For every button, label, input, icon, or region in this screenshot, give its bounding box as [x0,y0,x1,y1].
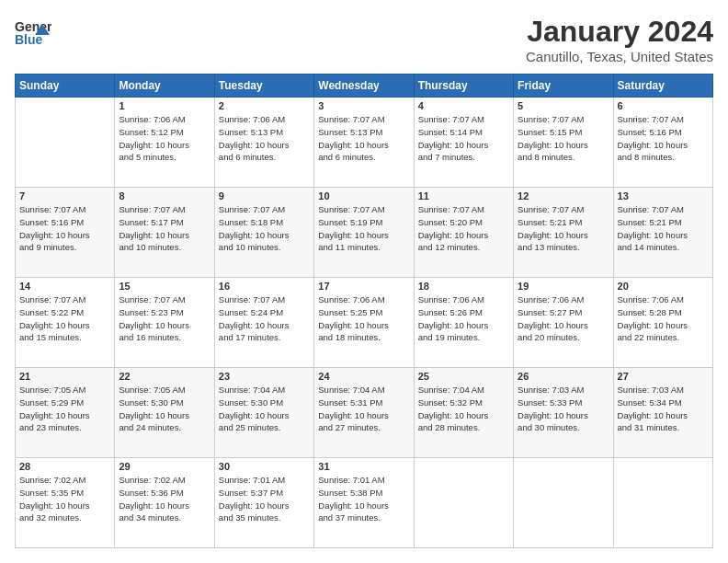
calendar-cell: 16Sunrise: 7:07 AM Sunset: 5:24 PM Dayli… [214,278,313,368]
col-wednesday: Wednesday [314,75,414,98]
calendar-table: Sunday Monday Tuesday Wednesday Thursday… [15,74,713,548]
calendar-cell [16,98,115,188]
day-info: Sunrise: 7:07 AM Sunset: 5:24 PM Dayligh… [219,293,310,344]
calendar-cell: 13Sunrise: 7:07 AM Sunset: 5:21 PM Dayli… [613,188,712,278]
calendar-cell: 26Sunrise: 7:03 AM Sunset: 5:33 PM Dayli… [514,368,613,458]
calendar-cell: 25Sunrise: 7:04 AM Sunset: 5:32 PM Dayli… [414,368,513,458]
calendar-cell: 19Sunrise: 7:06 AM Sunset: 5:27 PM Dayli… [514,278,613,368]
title-block: January 2024 Canutillo, Texas, United St… [526,15,713,64]
day-info: Sunrise: 7:07 AM Sunset: 5:16 PM Dayligh… [618,113,709,164]
day-info: Sunrise: 7:07 AM Sunset: 5:17 PM Dayligh… [119,203,210,254]
day-number: 18 [418,281,509,292]
calendar-cell: 21Sunrise: 7:05 AM Sunset: 5:29 PM Dayli… [16,368,115,458]
calendar-cell: 23Sunrise: 7:04 AM Sunset: 5:30 PM Dayli… [214,368,313,458]
day-info: Sunrise: 7:04 AM Sunset: 5:32 PM Dayligh… [418,384,509,434]
day-info: Sunrise: 7:06 AM Sunset: 5:25 PM Dayligh… [318,293,409,344]
day-info: Sunrise: 7:06 AM Sunset: 5:13 PM Dayligh… [219,113,310,164]
day-number: 25 [418,371,509,382]
day-info: Sunrise: 7:05 AM Sunset: 5:30 PM Dayligh… [119,384,210,434]
calendar-cell: 5Sunrise: 7:07 AM Sunset: 5:15 PM Daylig… [514,98,613,188]
calendar-cell: 17Sunrise: 7:06 AM Sunset: 5:25 PM Dayli… [314,278,414,368]
calendar-header-row: Sunday Monday Tuesday Wednesday Thursday… [16,75,713,98]
header: General Blue January 2024 Canutillo, Tex… [15,15,713,64]
day-number: 23 [219,371,310,382]
day-number: 7 [19,190,110,201]
day-number: 5 [518,100,609,111]
logo: General Blue [15,15,51,52]
day-number: 1 [119,100,210,111]
day-number: 15 [119,281,210,292]
day-info: Sunrise: 7:07 AM Sunset: 5:19 PM Dayligh… [318,203,409,254]
day-info: Sunrise: 7:06 AM Sunset: 5:27 PM Dayligh… [518,293,609,344]
day-number: 6 [618,100,709,111]
calendar-cell: 11Sunrise: 7:07 AM Sunset: 5:20 PM Dayli… [414,188,513,278]
day-number: 31 [318,461,409,472]
day-number: 21 [19,371,110,382]
day-info: Sunrise: 7:04 AM Sunset: 5:30 PM Dayligh… [219,384,310,434]
calendar-week-1: 1Sunrise: 7:06 AM Sunset: 5:12 PM Daylig… [16,98,713,188]
calendar-cell: 31Sunrise: 7:01 AM Sunset: 5:38 PM Dayli… [314,458,414,548]
calendar-title: January 2024 [526,15,713,49]
calendar-cell: 9Sunrise: 7:07 AM Sunset: 5:18 PM Daylig… [214,188,313,278]
day-info: Sunrise: 7:06 AM Sunset: 5:26 PM Dayligh… [418,293,509,344]
day-number: 8 [119,190,210,201]
day-info: Sunrise: 7:07 AM Sunset: 5:21 PM Dayligh… [618,203,709,254]
col-thursday: Thursday [414,75,513,98]
day-info: Sunrise: 7:07 AM Sunset: 5:21 PM Dayligh… [518,203,609,254]
day-number: 24 [318,371,409,382]
calendar-cell: 20Sunrise: 7:06 AM Sunset: 5:28 PM Dayli… [613,278,712,368]
calendar-cell: 1Sunrise: 7:06 AM Sunset: 5:12 PM Daylig… [115,98,214,188]
day-number: 11 [418,190,509,201]
calendar-cell: 3Sunrise: 7:07 AM Sunset: 5:13 PM Daylig… [314,98,414,188]
calendar-cell [514,458,613,548]
day-number: 14 [19,281,110,292]
calendar-cell: 10Sunrise: 7:07 AM Sunset: 5:19 PM Dayli… [314,188,414,278]
logo-icon: General Blue [15,15,51,52]
calendar-cell: 30Sunrise: 7:01 AM Sunset: 5:37 PM Dayli… [214,458,313,548]
day-number: 27 [618,371,709,382]
calendar-cell: 12Sunrise: 7:07 AM Sunset: 5:21 PM Dayli… [514,188,613,278]
day-info: Sunrise: 7:07 AM Sunset: 5:15 PM Dayligh… [518,113,609,164]
day-info: Sunrise: 7:02 AM Sunset: 5:36 PM Dayligh… [119,474,210,524]
day-info: Sunrise: 7:07 AM Sunset: 5:23 PM Dayligh… [119,293,210,344]
day-info: Sunrise: 7:07 AM Sunset: 5:14 PM Dayligh… [418,113,509,164]
day-number: 17 [318,281,409,292]
day-info: Sunrise: 7:02 AM Sunset: 5:35 PM Dayligh… [19,474,110,524]
day-number: 10 [318,190,409,201]
day-info: Sunrise: 7:01 AM Sunset: 5:37 PM Dayligh… [219,474,310,524]
calendar-cell: 14Sunrise: 7:07 AM Sunset: 5:22 PM Dayli… [16,278,115,368]
day-info: Sunrise: 7:07 AM Sunset: 5:16 PM Dayligh… [19,203,110,254]
day-number: 3 [318,100,409,111]
day-info: Sunrise: 7:06 AM Sunset: 5:28 PM Dayligh… [618,293,709,344]
calendar-cell [613,458,712,548]
day-number: 26 [518,371,609,382]
calendar-cell: 7Sunrise: 7:07 AM Sunset: 5:16 PM Daylig… [16,188,115,278]
day-number: 22 [119,371,210,382]
day-info: Sunrise: 7:07 AM Sunset: 5:13 PM Dayligh… [318,113,409,164]
day-info: Sunrise: 7:01 AM Sunset: 5:38 PM Dayligh… [318,474,409,524]
calendar-cell [414,458,513,548]
calendar-cell: 24Sunrise: 7:04 AM Sunset: 5:31 PM Dayli… [314,368,414,458]
calendar-week-4: 21Sunrise: 7:05 AM Sunset: 5:29 PM Dayli… [16,368,713,458]
day-info: Sunrise: 7:07 AM Sunset: 5:18 PM Dayligh… [219,203,310,254]
day-info: Sunrise: 7:03 AM Sunset: 5:33 PM Dayligh… [518,384,609,434]
col-monday: Monday [115,75,214,98]
col-sunday: Sunday [16,75,115,98]
day-number: 12 [518,190,609,201]
day-info: Sunrise: 7:04 AM Sunset: 5:31 PM Dayligh… [318,384,409,434]
day-number: 29 [119,461,210,472]
col-tuesday: Tuesday [214,75,313,98]
day-info: Sunrise: 7:03 AM Sunset: 5:34 PM Dayligh… [618,384,709,434]
calendar-cell: 2Sunrise: 7:06 AM Sunset: 5:13 PM Daylig… [214,98,313,188]
day-number: 13 [618,190,709,201]
day-number: 20 [618,281,709,292]
day-number: 28 [19,461,110,472]
calendar-week-2: 7Sunrise: 7:07 AM Sunset: 5:16 PM Daylig… [16,188,713,278]
col-friday: Friday [514,75,613,98]
calendar-cell: 6Sunrise: 7:07 AM Sunset: 5:16 PM Daylig… [613,98,712,188]
day-info: Sunrise: 7:07 AM Sunset: 5:22 PM Dayligh… [19,293,110,344]
day-info: Sunrise: 7:06 AM Sunset: 5:12 PM Dayligh… [119,113,210,164]
day-number: 16 [219,281,310,292]
calendar-cell: 22Sunrise: 7:05 AM Sunset: 5:30 PM Dayli… [115,368,214,458]
calendar-week-5: 28Sunrise: 7:02 AM Sunset: 5:35 PM Dayli… [16,458,713,548]
